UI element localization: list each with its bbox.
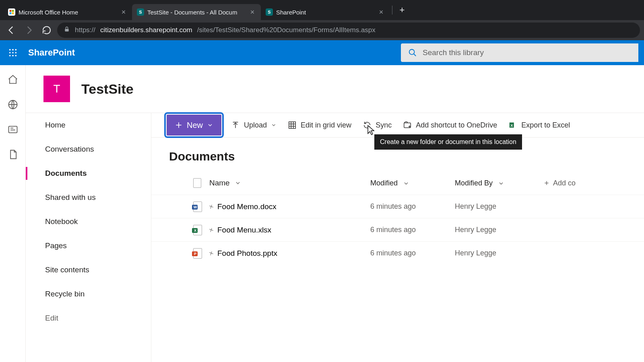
svg-text:X: X xyxy=(510,123,513,128)
nav-item-notebook[interactable]: Notebook xyxy=(26,210,151,234)
file-name[interactable]: Food Photos.pptx xyxy=(217,249,277,258)
shortcut-icon xyxy=(403,121,412,130)
table-row[interactable]: X Food Menu.xlsx 6 minutes ago Henry Leg… xyxy=(151,218,644,241)
svg-point-13 xyxy=(15,55,17,57)
add-column-button[interactable]: Add co xyxy=(543,179,576,187)
site-title[interactable]: TestSite xyxy=(81,81,134,97)
favicon-icon: S xyxy=(266,8,273,16)
site-logo-tile[interactable]: T xyxy=(43,76,70,102)
svg-point-14 xyxy=(409,49,415,55)
export-label: Export to Excel xyxy=(521,121,570,130)
favicon-icon xyxy=(8,8,15,16)
nav-item-conversations[interactable]: Conversations xyxy=(26,137,151,161)
app-launcher-button[interactable] xyxy=(6,45,20,60)
upload-icon xyxy=(231,121,240,130)
close-icon[interactable]: × xyxy=(378,8,385,16)
svg-rect-17 xyxy=(8,126,17,133)
tab-title: SharePoint xyxy=(276,9,374,16)
modified-value: 6 minutes ago xyxy=(370,226,455,234)
column-label: Name xyxy=(209,179,230,187)
nav-item-recycle-bin[interactable]: Recycle bin xyxy=(26,282,151,306)
column-header-modified-by[interactable]: Modified By xyxy=(455,179,543,187)
sync-icon xyxy=(363,121,372,130)
column-label: Modified xyxy=(370,179,398,187)
nav-item-site-contents[interactable]: Site contents xyxy=(26,258,151,282)
browser-tab[interactable]: S SharePoint × xyxy=(261,4,390,20)
files-icon[interactable] xyxy=(7,149,19,160)
command-bar: New Upload Edit in grid view S xyxy=(151,113,644,138)
add-column-label: Add co xyxy=(553,179,576,187)
edit-grid-label: Edit in grid view xyxy=(301,121,351,130)
powerpoint-file-icon: P xyxy=(193,248,202,259)
column-header-modified[interactable]: Modified xyxy=(370,179,455,187)
close-icon[interactable]: × xyxy=(249,8,256,16)
browser-tab[interactable]: S TestSite - Documents - All Docum × xyxy=(132,4,261,20)
word-file-icon: W xyxy=(193,202,202,212)
svg-point-11 xyxy=(9,55,11,57)
nav-item-shared-with-us[interactable]: Shared with us xyxy=(26,185,151,210)
add-shortcut-label: Add shortcut to OneDrive xyxy=(416,121,497,130)
plus-icon xyxy=(543,180,550,186)
chevron-down-icon xyxy=(498,180,504,187)
global-nav-rail xyxy=(0,65,26,362)
chevron-down-icon xyxy=(403,180,409,187)
file-name[interactable]: Food Menu.xlsx xyxy=(217,226,271,234)
file-name[interactable]: Food Memo.docx xyxy=(217,202,277,211)
svg-rect-1 xyxy=(12,10,14,12)
table-row[interactable]: P Food Photos.pptx 6 minutes ago Henry L… xyxy=(151,241,644,265)
grid-icon xyxy=(288,121,297,130)
nav-item-home[interactable]: Home xyxy=(26,113,151,137)
svg-point-7 xyxy=(15,49,17,51)
search-placeholder: Search this library xyxy=(423,48,484,57)
forward-button[interactable] xyxy=(22,23,36,37)
home-icon[interactable] xyxy=(7,74,19,85)
close-icon[interactable]: × xyxy=(120,8,127,16)
modified-by-value[interactable]: Henry Legge xyxy=(455,202,543,211)
news-icon[interactable] xyxy=(7,124,19,135)
url-input[interactable]: https://citizenbuilders.sharepoint.com/s… xyxy=(57,23,640,38)
modified-by-value[interactable]: Henry Legge xyxy=(455,249,543,257)
upload-button[interactable]: Upload xyxy=(229,121,278,130)
svg-rect-3 xyxy=(12,12,14,14)
modified-by-value[interactable]: Henry Legge xyxy=(455,226,543,234)
svg-point-10 xyxy=(15,52,17,53)
nav-item-pages[interactable]: Pages xyxy=(26,234,151,258)
plus-icon xyxy=(175,121,183,129)
url-path: /sites/TestSite/Shared%20Documents/Forms… xyxy=(197,26,376,34)
nav-edit-link[interactable]: Edit xyxy=(26,306,151,330)
sync-button[interactable]: Sync xyxy=(361,121,393,130)
search-icon xyxy=(408,48,417,57)
browser-tab-strip: Microsoft Office Home × S TestSite - Doc… xyxy=(0,0,644,20)
column-header-name[interactable]: Name xyxy=(209,179,370,187)
suite-product-name[interactable]: SharePoint xyxy=(28,47,75,58)
modified-value: 6 minutes ago xyxy=(370,249,455,257)
export-excel-button[interactable]: X Export to Excel xyxy=(507,121,572,130)
add-shortcut-button[interactable]: Add shortcut to OneDrive xyxy=(401,121,499,130)
back-button[interactable] xyxy=(4,23,19,37)
svg-point-12 xyxy=(12,55,14,57)
edit-grid-button[interactable]: Edit in grid view xyxy=(286,121,353,130)
browser-tab[interactable]: Microsoft Office Home × xyxy=(3,4,132,20)
favicon-icon: S xyxy=(137,8,144,16)
site-header: T TestSite xyxy=(26,65,644,113)
svg-rect-24 xyxy=(289,122,296,129)
new-button-tooltip: Create a new folder or document in this … xyxy=(374,134,522,150)
svg-rect-2 xyxy=(10,12,12,14)
file-icon xyxy=(193,178,201,188)
new-button-label: New xyxy=(187,121,203,130)
new-button[interactable]: New xyxy=(167,115,221,136)
table-row[interactable]: W Food Memo.docx 6 minutes ago Henry Leg… xyxy=(151,195,644,218)
new-indicator-icon xyxy=(209,228,213,232)
search-box[interactable]: Search this library xyxy=(401,43,638,62)
column-label: Modified By xyxy=(455,179,493,187)
tab-title: Microsoft Office Home xyxy=(19,9,117,16)
suite-bar: SharePoint Search this library xyxy=(0,40,644,65)
svg-point-6 xyxy=(12,49,14,51)
nav-item-documents[interactable]: Documents xyxy=(26,161,151,185)
new-tab-button[interactable]: + xyxy=(395,3,409,17)
reload-button[interactable] xyxy=(39,23,54,37)
filetype-header[interactable] xyxy=(193,178,209,188)
new-indicator-icon xyxy=(209,251,213,255)
globe-icon[interactable] xyxy=(7,99,19,110)
svg-point-8 xyxy=(9,52,11,53)
